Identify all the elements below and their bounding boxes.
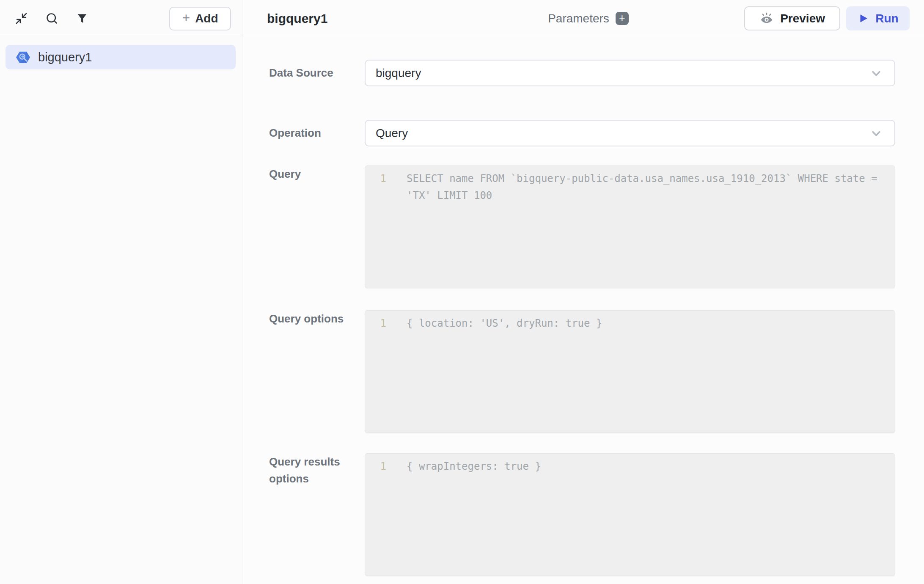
line-number: 1 bbox=[365, 315, 386, 332]
query-options-row: Query options 1 { location: 'US', dryRun… bbox=[269, 310, 924, 433]
line-number: 1 bbox=[365, 458, 386, 475]
add-button-label: Add bbox=[195, 12, 218, 25]
query-item-label: bigquery1 bbox=[38, 50, 92, 64]
query-title: bigquery1 bbox=[267, 11, 327, 26]
preview-button[interactable]: Preview bbox=[744, 6, 840, 30]
sidebar-toolbar: + Add bbox=[0, 0, 242, 37]
app-window: + Add bigquery1 bigquery1 bbox=[0, 0, 924, 584]
eye-icon bbox=[759, 11, 774, 26]
data-source-row: Data Source bigquery bbox=[269, 60, 924, 86]
query-options-editor[interactable]: 1 { location: 'US', dryRun: true } bbox=[365, 310, 895, 433]
line-number: 1 bbox=[365, 170, 386, 204]
operation-label: Operation bbox=[269, 127, 365, 140]
data-source-select[interactable]: bigquery bbox=[365, 60, 895, 86]
data-source-label: Data Source bbox=[269, 66, 365, 80]
query-results-options-row: Query results options 1 { wrapIntegers: … bbox=[269, 453, 924, 576]
query-editor-panel: bigquery1 Parameters + bbox=[242, 0, 924, 584]
search-queries-button[interactable] bbox=[44, 11, 59, 26]
chevron-down-icon bbox=[869, 66, 883, 80]
query-code-editor[interactable]: 1 SELECT name FROM `bigquery-public-data… bbox=[365, 165, 895, 288]
query-list-item-bigquery1[interactable]: bigquery1 bbox=[6, 45, 236, 69]
query-editor-header: bigquery1 Parameters + bbox=[242, 0, 924, 37]
run-button-label: Run bbox=[875, 12, 898, 25]
add-query-button[interactable]: + Add bbox=[169, 7, 231, 30]
operation-select[interactable]: Query bbox=[365, 120, 895, 146]
operation-row: Operation Query bbox=[269, 120, 924, 146]
query-results-options-editor[interactable]: 1 { wrapIntegers: true } bbox=[365, 453, 895, 576]
chevron-down-icon bbox=[869, 126, 883, 140]
query-form: Data Source bigquery Operation Query bbox=[242, 37, 924, 584]
collapse-icon bbox=[15, 12, 28, 25]
query-results-options-placeholder-text: { wrapIntegers: true } bbox=[407, 458, 888, 475]
filter-queries-button[interactable] bbox=[75, 11, 89, 26]
collapse-panel-button[interactable] bbox=[14, 11, 28, 26]
query-list: bigquery1 bbox=[0, 37, 242, 69]
operation-value: Query bbox=[376, 127, 408, 140]
query-row: Query 1 SELECT name FROM `bigquery-publi… bbox=[269, 165, 924, 288]
query-options-label: Query options bbox=[269, 310, 365, 433]
bigquery-icon bbox=[15, 50, 31, 65]
search-icon bbox=[45, 12, 58, 25]
query-placeholder-text: SELECT name FROM `bigquery-public-data.u… bbox=[407, 170, 888, 204]
plus-icon: + bbox=[182, 11, 190, 25]
query-results-options-label: Query results options bbox=[269, 453, 365, 576]
parameters-group: Parameters + bbox=[548, 12, 629, 25]
run-button[interactable]: Run bbox=[846, 6, 910, 30]
filter-icon bbox=[76, 13, 88, 25]
data-source-value: bigquery bbox=[376, 66, 421, 80]
add-parameter-button[interactable]: + bbox=[616, 12, 629, 25]
query-options-placeholder-text: { location: 'US', dryRun: true } bbox=[407, 315, 888, 332]
preview-button-label: Preview bbox=[780, 12, 825, 25]
query-label: Query bbox=[269, 165, 365, 288]
play-icon bbox=[857, 12, 869, 25]
parameters-label: Parameters bbox=[548, 12, 609, 25]
query-list-sidebar: + Add bigquery1 bbox=[0, 0, 242, 584]
